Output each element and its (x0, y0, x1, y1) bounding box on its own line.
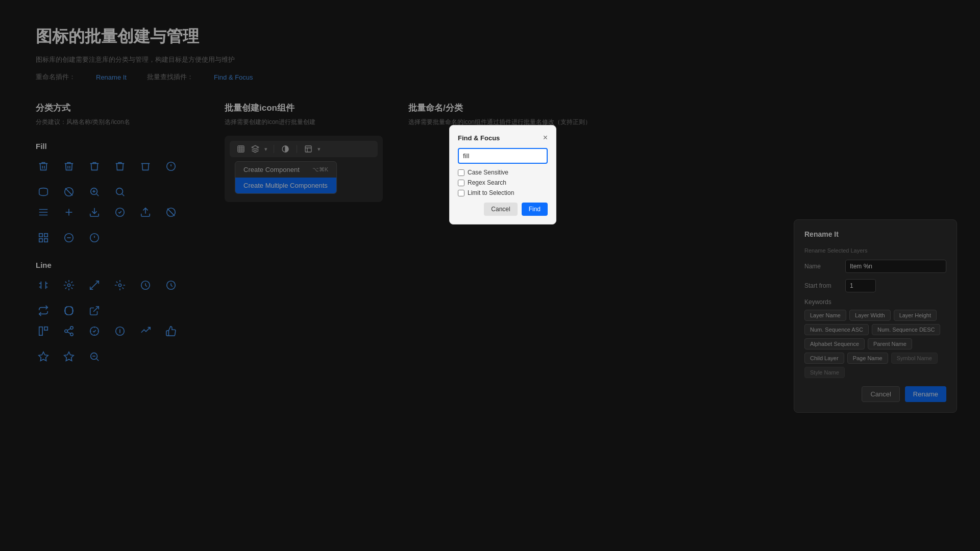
modal-title: Find & Focus (458, 134, 500, 142)
modal-close-button[interactable]: × (543, 134, 548, 142)
modal-overlay (0, 0, 980, 551)
find-cancel-button[interactable]: Cancel (484, 203, 517, 216)
find-focus-modal: Find & Focus × Case Sensitive Regex Sear… (449, 125, 556, 224)
limit-selection-checkbox[interactable] (458, 190, 464, 196)
regex-row: Regex Search (458, 179, 548, 186)
case-sensitive-checkbox[interactable] (458, 169, 464, 176)
regex-label: Regex Search (468, 179, 506, 186)
case-sensitive-row: Case Sensitive (458, 169, 548, 176)
limit-selection-label: Limit to Selection (468, 189, 514, 196)
find-focus-search-input[interactable] (458, 148, 548, 164)
find-focus-modal-actions: Cancel Find (458, 203, 548, 216)
modal-header: Find & Focus × (458, 134, 548, 142)
case-sensitive-label: Case Sensitive (468, 169, 508, 176)
limit-selection-row: Limit to Selection (458, 189, 548, 196)
find-button[interactable]: Find (522, 203, 548, 216)
regex-checkbox[interactable] (458, 180, 464, 186)
